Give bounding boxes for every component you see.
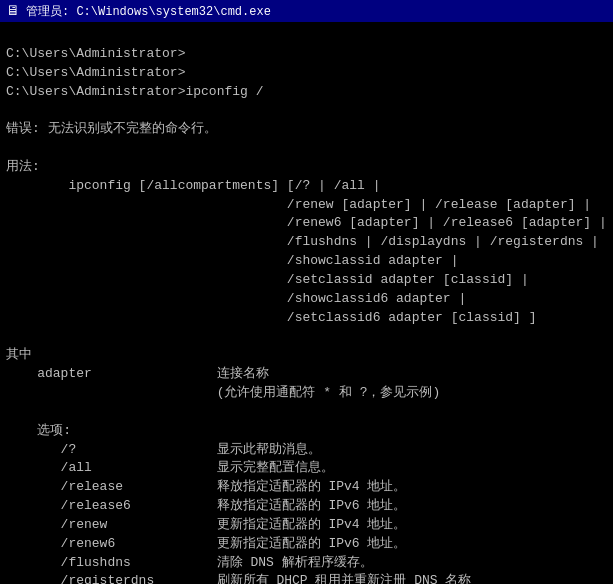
terminal-line xyxy=(6,101,607,120)
terminal-line: adapter 连接名称 xyxy=(6,365,607,384)
terminal-line: /flushdns | /displaydns | /registerdns | xyxy=(6,233,607,252)
title-text: 管理员: C:\Windows\system32\cmd.exe xyxy=(26,3,607,20)
terminal-line: /renew [adapter] | /release [adapter] | xyxy=(6,196,607,215)
terminal-line xyxy=(6,328,607,347)
terminal-line: /renew 更新指定适配器的 IPv4 地址。 xyxy=(6,516,607,535)
terminal-line: 其中 xyxy=(6,346,607,365)
terminal-line xyxy=(6,139,607,158)
terminal-line: /registerdns 刷新所有 DHCP 租用并重新注册 DNS 名称 xyxy=(6,572,607,584)
terminal-line: /renew6 [adapter] | /release6 [adapter] … xyxy=(6,214,607,233)
terminal-line: ipconfig [/allcompartments] [/? | /all | xyxy=(6,177,607,196)
terminal-line: /all 显示完整配置信息。 xyxy=(6,459,607,478)
terminal-line: 错误: 无法识别或不完整的命令行。 xyxy=(6,120,607,139)
terminal-line: 用法: xyxy=(6,158,607,177)
terminal-line: /showclassid6 adapter | xyxy=(6,290,607,309)
terminal-line: /showclassid adapter | xyxy=(6,252,607,271)
terminal-line: /? 显示此帮助消息。 xyxy=(6,441,607,460)
terminal-line: /release 释放指定适配器的 IPv4 地址。 xyxy=(6,478,607,497)
terminal-line: /setclassid6 adapter [classid] ] xyxy=(6,309,607,328)
terminal-line: C:\Users\Administrator>ipconfig / xyxy=(6,83,607,102)
terminal-line xyxy=(6,403,607,422)
terminal-line: 选项: xyxy=(6,422,607,441)
terminal-line: C:\Users\Administrator> xyxy=(6,45,607,64)
terminal-line: /release6 释放指定适配器的 IPv6 地址。 xyxy=(6,497,607,516)
terminal-line: (允许使用通配符 * 和 ?，参见示例) xyxy=(6,384,607,403)
terminal-line: C:\Users\Administrator> xyxy=(6,64,607,83)
title-bar-icon: 🖥 xyxy=(6,3,20,19)
terminal-body[interactable]: C:\Users\Administrator>C:\Users\Administ… xyxy=(0,22,613,584)
title-bar: 🖥 管理员: C:\Windows\system32\cmd.exe xyxy=(0,0,613,22)
terminal-line: /flushdns 清除 DNS 解析程序缓存。 xyxy=(6,554,607,573)
terminal-line: /renew6 更新指定适配器的 IPv6 地址。 xyxy=(6,535,607,554)
terminal-line: /setclassid adapter [classid] | xyxy=(6,271,607,290)
